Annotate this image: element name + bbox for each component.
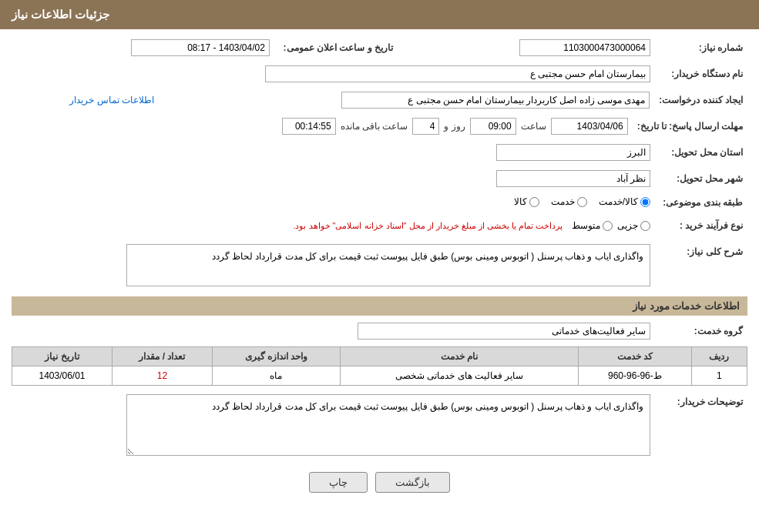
cell-service_code: ط-96-96-960: [579, 366, 691, 385]
cell-row_num: 1: [691, 366, 747, 385]
col-service-name: نام خدمت: [341, 346, 579, 366]
category-kala-service-label: کالا/خدمت: [599, 196, 638, 207]
need-number-label: شماره نیاز:: [655, 37, 747, 59]
col-service-code: کد خدمت: [579, 346, 691, 366]
need-number-input[interactable]: [519, 39, 650, 56]
purchase-note: پرداخت تمام یا بخشی از مبلغ خریدار از مح…: [288, 219, 567, 233]
cell-need_date: 1403/06/01: [12, 366, 113, 385]
deadline-time-input[interactable]: [470, 118, 516, 135]
province-label: استان محل تحویل:: [655, 142, 747, 163]
table-row: 1ط-96-96-960سایر فعالیت های خدماتی شخصیم…: [12, 366, 747, 385]
creator-label: ایجاد کننده درخواست:: [654, 89, 747, 111]
category-kala[interactable]: کالا: [514, 196, 539, 207]
services-section-title: اطلاعات خدمات مورد نیاز: [12, 296, 747, 316]
cell-service_name: سایر فعالیت های خدماتی شخصی: [341, 366, 579, 385]
purchase-jozi[interactable]: جزیی: [617, 220, 650, 231]
category-kala-service[interactable]: کالا/خدمت: [599, 196, 650, 207]
service-table: ردیف کد خدمت نام خدمت واحد اندازه گیری ت…: [12, 346, 747, 386]
deadline-time-label: ساعت: [521, 121, 546, 132]
deadline-label: مهلت ارسال پاسخ: تا تاریخ:: [633, 115, 747, 137]
category-kala-label: کالا: [514, 196, 527, 207]
category-service[interactable]: خدمت: [551, 196, 587, 207]
col-row-num: ردیف: [691, 346, 747, 366]
service-group-input[interactable]: [358, 323, 650, 340]
province-input[interactable]: [496, 144, 650, 161]
announce-date-label: تاریخ و ساعت اعلان عمومی:: [274, 37, 398, 59]
purchase-type-label: نوع فرآیند خرید :: [655, 216, 747, 236]
purchase-motovasset-label: متوسط: [572, 220, 600, 231]
category-service-label: خدمت: [551, 196, 575, 207]
col-quantity: تعداد / مقدار: [112, 346, 212, 366]
page-title: جزئیات اطلاعات نیاز: [12, 8, 109, 21]
col-unit: واحد اندازه گیری: [212, 346, 340, 366]
deadline-remain-input[interactable]: [282, 118, 336, 135]
deadline-days-label: روز و: [444, 121, 465, 132]
buyer-org-input[interactable]: [265, 65, 650, 82]
need-desc-text: واگذاری ایاب و ذهاب پرسنل ( اتوبوس ومینی…: [212, 251, 643, 262]
service-group-label: گروه خدمت:: [655, 320, 747, 342]
need-desc-box: واگذاری ایاب و ذهاب پرسنل ( اتوبوس ومینی…: [126, 244, 650, 286]
buyer-desc-label: توضیحات خریدار:: [655, 392, 747, 460]
deadline-date-input[interactable]: [551, 118, 628, 135]
deadline-remain-label: ساعت باقی مانده: [341, 121, 408, 132]
city-label: شهر محل تحویل:: [655, 168, 747, 189]
deadline-days-input[interactable]: [412, 118, 439, 135]
print-button[interactable]: چاپ: [309, 472, 368, 493]
buyer-org-label: نام دستگاه خریدار:: [655, 63, 747, 85]
button-row: بازگشت چاپ: [12, 472, 747, 493]
creator-input[interactable]: [341, 92, 650, 109]
need-desc-label: شرح کلی نیاز:: [655, 242, 747, 289]
cell-unit: ماه: [212, 366, 340, 385]
purchase-jozi-label: جزیی: [617, 220, 638, 231]
back-button[interactable]: بازگشت: [375, 472, 450, 493]
city-input[interactable]: [496, 170, 650, 187]
category-label: طبقه بندی موضوعی:: [655, 194, 747, 212]
page-header: جزئیات اطلاعات نیاز: [0, 0, 759, 29]
announce-date-input[interactable]: [131, 39, 270, 56]
col-need-date: تاریخ نیاز: [12, 346, 113, 366]
purchase-motovasset[interactable]: متوسط: [572, 220, 613, 231]
buyer-desc-textarea[interactable]: [126, 394, 650, 456]
contact-info-link[interactable]: اطلاعات تماس خریدار: [69, 95, 154, 105]
cell-quantity: 12: [112, 366, 212, 385]
